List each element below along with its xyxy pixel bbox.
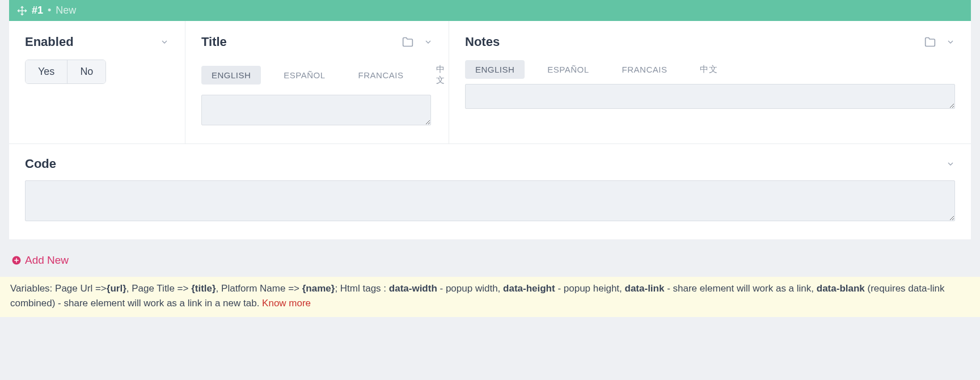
tab-espanol[interactable]: ESPAÑOL xyxy=(537,60,599,79)
top-row: Enabled Yes No Title xyxy=(9,21,971,144)
info-banner: Variables: Page Url =>{url}, Page Title … xyxy=(0,277,980,317)
info-platform-name-label: , Platform Name => xyxy=(216,283,302,294)
info-data-link-desc: - share element will work as a link, xyxy=(664,283,816,294)
tab-espanol[interactable]: ESPAÑOL xyxy=(273,66,335,85)
info-data-width-desc: - popup width, xyxy=(437,283,503,294)
info-url-var: {url} xyxy=(107,283,126,294)
plus-circle-icon xyxy=(11,255,22,265)
panel-title: Title ENGLISH ESPAÑOL FRANCAIS 中文 xyxy=(185,21,449,143)
info-page-title-label: , Page Title => xyxy=(126,283,191,294)
chevron-down-icon[interactable] xyxy=(424,37,433,47)
add-new-label: Add New xyxy=(25,254,69,267)
move-icon[interactable] xyxy=(17,6,27,16)
chevron-down-icon[interactable] xyxy=(946,159,955,168)
title-lang-tabs: ENGLISH ESPAÑOL FRANCAIS 中文 xyxy=(201,60,433,90)
chevron-down-icon[interactable] xyxy=(946,37,955,47)
item-status: New xyxy=(56,5,76,16)
separator-dot: • xyxy=(48,5,51,16)
know-more-link[interactable]: Know more xyxy=(262,298,311,309)
chevron-down-icon[interactable] xyxy=(160,37,169,47)
folder-icon[interactable] xyxy=(924,36,936,48)
add-new-button[interactable]: Add New xyxy=(11,254,69,267)
item-header: #1 • New xyxy=(9,0,971,21)
tab-english[interactable]: ENGLISH xyxy=(465,60,525,79)
enabled-no-button[interactable]: No xyxy=(67,60,105,83)
info-data-width: data-width xyxy=(389,283,437,294)
title-heading: Title xyxy=(201,35,227,49)
info-data-blank: data-blank xyxy=(817,283,865,294)
info-page-url-label: Page Url => xyxy=(55,283,107,294)
info-data-height: data-height xyxy=(503,283,555,294)
item-number: #1 xyxy=(32,5,43,16)
code-heading: Code xyxy=(25,157,56,171)
title-input[interactable] xyxy=(201,95,431,125)
tab-francais[interactable]: FRANCAIS xyxy=(612,60,678,79)
info-variables-label: Variables: xyxy=(10,283,52,294)
code-input[interactable] xyxy=(25,180,955,221)
panel-code: Code xyxy=(9,144,971,239)
enabled-yes-button[interactable]: Yes xyxy=(26,60,67,83)
notes-heading: Notes xyxy=(465,35,500,49)
info-title-var: {title} xyxy=(191,283,216,294)
item-card: Enabled Yes No Title xyxy=(9,21,971,239)
tab-francais[interactable]: FRANCAIS xyxy=(348,66,414,85)
info-html-tags-label: ; Html tags : xyxy=(335,283,388,294)
folder-icon[interactable] xyxy=(402,36,413,48)
info-name-var: {name} xyxy=(302,283,335,294)
info-data-height-desc: - popup height, xyxy=(555,283,625,294)
info-data-link: data-link xyxy=(625,283,665,294)
notes-input[interactable] xyxy=(465,84,955,109)
tab-english[interactable]: ENGLISH xyxy=(201,66,261,85)
enabled-toggle: Yes No xyxy=(25,60,106,84)
panel-notes: Notes ENGLISH ESPAÑOL FRANCAIS 中文 xyxy=(449,21,971,143)
notes-lang-tabs: ENGLISH ESPAÑOL FRANCAIS 中文 xyxy=(465,60,955,79)
tab-chinese[interactable]: 中文 xyxy=(690,60,728,79)
panel-enabled: Enabled Yes No xyxy=(9,21,185,143)
enabled-title: Enabled xyxy=(25,35,74,49)
